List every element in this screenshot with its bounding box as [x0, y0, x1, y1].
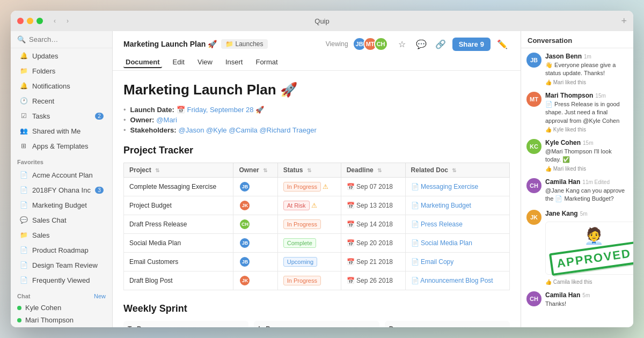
col-owner[interactable]: Owner ⇅: [233, 163, 277, 178]
shared-icon: 👥: [19, 127, 28, 135]
sidebar-item-apps[interactable]: ⊞ Apps & Templates: [13, 139, 110, 153]
table-row[interactable]: Social Media Plan JB Complete 📅 Sep 20 2…: [124, 234, 510, 253]
app-title: Quip: [314, 17, 329, 25]
minimize-button[interactable]: [27, 18, 33, 24]
menu-edit[interactable]: Edit: [171, 57, 187, 68]
folders-icon: 📁: [19, 67, 28, 75]
sender-name: Jane Kang: [545, 210, 578, 217]
chat-user-label: Kyle Cohen: [25, 304, 61, 312]
new-tab-button[interactable]: +: [621, 16, 627, 27]
message-reaction[interactable]: 👍 Mari liked this: [545, 166, 628, 172]
menu-bar: Document Edit View Insert Format: [123, 55, 510, 70]
new-chat-button[interactable]: New: [94, 293, 106, 299]
sidebar-item-label: Shared with Me: [32, 127, 80, 135]
sidebar-item-label: Frequently Viewed: [32, 276, 90, 284]
cell-owner: JK: [233, 196, 277, 215]
star-button[interactable]: ☆: [394, 36, 409, 52]
cell-owner: JK: [233, 271, 277, 290]
menu-document[interactable]: Document: [123, 57, 162, 68]
doc-toolbar-right: Viewing JB MT CH ☆ 💬 🔗 Share 9: [326, 36, 510, 52]
owner-value: @Mari: [156, 116, 177, 124]
share-button[interactable]: Share 9: [452, 38, 491, 51]
sender-name: Camila Han: [545, 178, 580, 186]
chat-section-header: Chat New: [11, 288, 112, 302]
message-reaction[interactable]: 👍 Camila liked this: [545, 279, 633, 285]
message-reaction[interactable]: 👍 Mari liked this: [545, 79, 628, 85]
sidebar-item-mktbudget[interactable]: 📄 Marketing Budget: [13, 198, 110, 212]
col-deadline[interactable]: Deadline ⇅: [341, 163, 405, 178]
cell-project: Complete Messaging Exercise: [124, 178, 233, 196]
sidebar-item-folders[interactable]: 📁 Folders: [13, 64, 110, 78]
meta-stakeholders: Stakeholders: @Jason @Kyle @Camila @Rich…: [123, 126, 510, 134]
table-row[interactable]: Draft Press Release CH In Progress 📅 Sep…: [124, 215, 510, 234]
forward-arrow[interactable]: ›: [62, 16, 73, 26]
sidebar-item-acme[interactable]: 📄 Acme Account Plan: [13, 168, 110, 182]
close-button[interactable]: [17, 18, 24, 24]
sidebar-item-notifications[interactable]: 🔔 Notifications: [13, 79, 110, 93]
sidebar-item-tasks[interactable]: ☑ Tasks 2: [13, 109, 110, 123]
sidebar-item-updates[interactable]: 🔔 Updates: [13, 49, 110, 63]
table-row[interactable]: Complete Messaging Exercise JB In Progre…: [124, 178, 510, 196]
breadcrumb[interactable]: 📁 Launches: [221, 39, 267, 49]
message-time: 5m: [582, 292, 590, 298]
cell-owner: JB: [233, 253, 277, 271]
link-button[interactable]: 🔗: [433, 36, 448, 52]
menu-view[interactable]: View: [195, 57, 215, 68]
menu-insert[interactable]: Insert: [223, 57, 245, 68]
sprint-col-header: Done▾: [389, 325, 506, 327]
cell-project: Draft Press Release: [124, 215, 233, 234]
message-reaction[interactable]: 👍 Kyle liked this: [545, 127, 628, 133]
chat-user-kyle[interactable]: Kyle Cohen: [11, 302, 112, 314]
col-related[interactable]: Related Doc ⇅: [405, 163, 509, 178]
content-area: Marketing Launch Plan 🚀 📁 Launches Viewi…: [113, 31, 521, 327]
notifications-icon: 🔔: [19, 82, 28, 90]
meta-launch-date: Launch Date: 📅 Friday, September 28 🚀: [123, 106, 510, 114]
favorites-header: Favorites: [11, 153, 112, 167]
sidebar-item-saleschat[interactable]: 💬 Sales Chat: [13, 213, 110, 227]
sidebar-item-recent[interactable]: 🕐 Recent: [13, 94, 110, 108]
sidebar-item-designreview[interactable]: 📄 Design Team Review: [13, 258, 110, 272]
search-bar[interactable]: 🔍 ⌘K: [11, 31, 112, 48]
sidebar-item-fy18[interactable]: 📄 2018FY Ohana Inc 3: [13, 183, 110, 197]
sprint-column: To Do▾ Email Customers | 📄 Email Copy @M…: [123, 321, 248, 327]
chat-button[interactable]: 💬: [414, 36, 429, 52]
conversation-body: JB Jason Benn 1m 👋 Everyone please give …: [521, 48, 633, 327]
sidebar-item-label: Acme Account Plan: [32, 171, 93, 179]
sidebar-item-freqviewed[interactable]: 📄 Frequently Viewed: [13, 273, 110, 287]
sidebar-item-shared[interactable]: 👥 Shared with Me: [13, 124, 110, 138]
col-project[interactable]: Project ⇅: [124, 163, 233, 178]
apps-icon: ⊞: [19, 142, 28, 150]
sidebar-item-sales[interactable]: 📁 Sales: [13, 228, 110, 242]
cell-deadline: 📅 Sep 14 2018: [341, 215, 405, 234]
tracker-table: Project ⇅ Owner ⇅ Status ⇅ Deadline ⇅ Re…: [123, 163, 510, 290]
sidebar-item-label: Product Roadmap: [32, 246, 89, 254]
message-time: 15m: [595, 93, 605, 99]
message-time: 11m Edited: [582, 179, 610, 185]
sidebar-item-label: Sales Chat: [32, 216, 67, 224]
sidebar-item-prodroadmap[interactable]: 📄 Product Roadmap: [13, 243, 110, 257]
avatar: KC: [526, 139, 541, 154]
col-status[interactable]: Status ⇅: [277, 163, 341, 178]
table-row[interactable]: Email Customers JB Upcoming 📅 Sep 21 201…: [124, 253, 510, 271]
approved-stamp: APPROVED: [549, 241, 633, 275]
back-arrow[interactable]: ‹: [49, 16, 60, 26]
fullscreen-button[interactable]: [36, 18, 43, 24]
message-time: 1m: [584, 54, 591, 60]
table-row[interactable]: Draft Blog Post JK In Progress 📅 Sep 26 …: [124, 271, 510, 290]
menu-format[interactable]: Format: [253, 57, 280, 68]
name-row: Kyle Cohen 15m: [545, 139, 628, 146]
search-input[interactable]: [29, 35, 113, 43]
chat-user-camila[interactable]: Camila Han: [11, 326, 112, 327]
cell-owner: JB: [233, 234, 277, 253]
edit-button[interactable]: ✏️: [495, 36, 510, 52]
doc-icon: 📄: [19, 261, 28, 269]
doc-main-title: Marketing Launch Plan 🚀: [123, 82, 510, 98]
recent-icon: 🕐: [19, 97, 28, 105]
chat-user-mari[interactable]: Mari Thompson: [11, 314, 112, 326]
sidebar-item-label: Sales: [32, 231, 50, 239]
sidebar-item-label: 2018FY Ohana Inc: [32, 186, 91, 194]
cell-related: 📄 Marketing Budget: [405, 196, 509, 215]
cell-project: Social Media Plan: [124, 234, 233, 253]
table-row[interactable]: Project Budget JK At Risk ⚠ 📅 Sep 13 201…: [124, 196, 510, 215]
viewer-avatars: JB MT CH: [353, 37, 388, 51]
